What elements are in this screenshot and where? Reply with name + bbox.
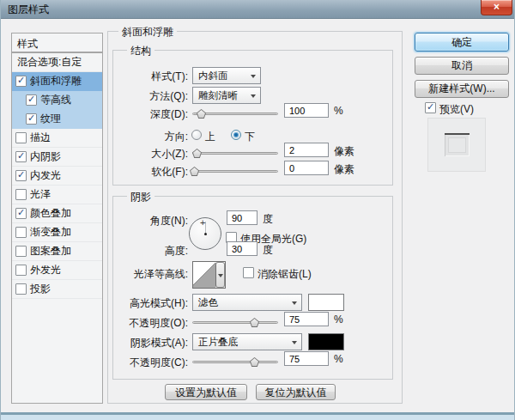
slider-track [192, 170, 278, 173]
reset-default-button[interactable]: 复位为默认值 [256, 384, 336, 400]
style-checkbox[interactable] [15, 265, 27, 276]
style-checkbox[interactable] [15, 246, 27, 257]
style-checkbox[interactable] [26, 113, 37, 125]
shadow-opacity-slider[interactable] [192, 357, 278, 367]
size-input[interactable] [284, 143, 329, 157]
crosshair-icon: + [200, 217, 205, 228]
style-checkbox[interactable] [15, 76, 27, 87]
sidebar-item-label: 斜面和浮雕 [30, 74, 82, 88]
style-checkbox[interactable] [15, 208, 27, 219]
soften-input[interactable] [284, 161, 329, 175]
size-slider-thumb[interactable] [192, 149, 202, 158]
dial-center-dot [204, 233, 207, 235]
sidebar-item[interactable]: 光泽 [12, 186, 102, 204]
sidebar-item-label: 内发光 [30, 168, 61, 183]
close-button[interactable]: × [481, 0, 512, 15]
shadow-mode-dropdown[interactable]: 正片叠底 [192, 333, 302, 350]
cancel-button[interactable]: 取消 [415, 57, 509, 75]
shading-title: 阴影 [127, 190, 154, 204]
highlight-opacity-input[interactable] [284, 312, 329, 326]
anti-alias-label: 消除锯齿(L) [258, 267, 312, 282]
sidebar-item[interactable]: 描边 [12, 129, 102, 148]
sidebar-item-label: 颜色叠加 [30, 206, 71, 221]
style-checkbox[interactable] [26, 94, 37, 106]
altitude-unit: 度 [263, 243, 273, 258]
angle-unit: 度 [263, 212, 273, 227]
gloss-contour-picker[interactable] [192, 261, 226, 289]
depth-input[interactable] [284, 103, 329, 118]
ok-button[interactable]: 确定 [415, 33, 509, 52]
altitude-input[interactable] [227, 241, 258, 256]
angle-input[interactable] [227, 210, 258, 225]
shadow-mode-value: 正片叠底 [198, 337, 238, 347]
sidebar-item[interactable]: 渐变叠加 [12, 223, 102, 242]
soften-unit: 像素 [334, 162, 354, 177]
shadow-color-swatch[interactable] [308, 333, 344, 350]
sidebar-item[interactable]: 混合选项:自定 [12, 53, 102, 72]
direction-up-radio[interactable] [191, 130, 202, 140]
sidebar-item-label: 纹理 [40, 112, 61, 126]
sidebar-item[interactable]: 内阴影 [12, 148, 102, 167]
chevron-down-icon [251, 75, 256, 78]
sidebar-item[interactable]: 等高线 [12, 91, 102, 110]
style-checkbox[interactable] [15, 189, 27, 200]
technique-value: 雕刻清晰 [198, 90, 238, 100]
highlight-opacity-label: 不透明度(O): [111, 316, 188, 331]
angle-dial[interactable]: + [189, 217, 221, 250]
direction-down-label: 下 [245, 130, 255, 144]
depth-slider-thumb[interactable] [197, 109, 206, 119]
direction-label: 方向: [121, 130, 188, 144]
highlight-opacity-slider[interactable] [192, 318, 278, 327]
style-preview-thumbnail [427, 118, 486, 172]
sidebar-item[interactable]: 斜面和浮雕 [12, 72, 102, 91]
direction-up-label: 上 [205, 130, 215, 144]
highlight-mode-label: 高光模式(H): [111, 296, 188, 311]
bevel-style-dropdown[interactable]: 内斜面 [192, 67, 261, 84]
soften-slider-thumb[interactable] [190, 167, 199, 176]
sidebar-item-label: 描边 [30, 131, 51, 145]
highlight-mode-dropdown[interactable]: 滤色 [192, 294, 302, 311]
soften-slider[interactable] [192, 167, 278, 176]
window-title: 图层样式 [8, 3, 49, 17]
slider-track [192, 152, 278, 155]
chevron-down-icon [292, 301, 297, 305]
anti-alias-checkbox[interactable] [243, 267, 254, 278]
new-style-button[interactable]: 新建样式(W)... [415, 80, 509, 98]
sidebar-item[interactable]: 颜色叠加 [12, 204, 102, 223]
style-checkbox[interactable] [15, 283, 27, 295]
sidebar-item[interactable]: 纹理 [12, 110, 102, 129]
shadow-opacity-input[interactable] [284, 351, 329, 366]
style-checkbox[interactable] [15, 151, 27, 162]
sidebar-item[interactable]: 外发光 [12, 261, 102, 280]
styles-header-box: 样式 [11, 33, 103, 52]
shadow-opacity-label: 不透明度(C): [111, 356, 188, 370]
technique-dropdown[interactable]: 雕刻清晰 [192, 87, 261, 104]
preview-emboss-square [445, 133, 470, 156]
size-slider[interactable] [192, 149, 278, 158]
sidebar-item[interactable]: 投影 [12, 280, 102, 299]
sidebar-item-label: 外发光 [30, 263, 61, 277]
style-checkbox[interactable] [15, 132, 27, 143]
size-unit: 像素 [334, 144, 354, 159]
highlight-color-swatch[interactable] [308, 294, 344, 311]
set-default-button[interactable]: 设置为默认值 [165, 384, 247, 400]
sidebar-item[interactable]: 图案叠加 [12, 242, 102, 261]
styles-list: 混合选项:自定斜面和浮雕等高线纹理描边内阴影内发光光泽颜色叠加渐变叠加图案叠加外… [11, 52, 103, 404]
layer-style-dialog: 图层样式 × 样式 混合选项:自定斜面和浮雕等高线纹理描边内阴影内发光光泽颜色叠… [0, 0, 515, 420]
size-label: 大小(Z): [121, 147, 188, 161]
title-bar[interactable]: 图层样式 [1, 0, 515, 19]
contour-thumbnail [193, 262, 215, 288]
shadow-opacity-thumb[interactable] [250, 357, 259, 367]
sidebar-item[interactable]: 内发光 [12, 167, 102, 186]
highlight-opacity-thumb[interactable] [250, 318, 259, 327]
highlight-mode-value: 滤色 [198, 297, 218, 307]
gloss-contour-label: 光泽等高线: [111, 267, 188, 282]
style-checkbox[interactable] [15, 227, 27, 238]
styles-header-label: 样式 [12, 33, 102, 52]
chevron-down-icon [292, 341, 297, 344]
depth-slider[interactable] [192, 109, 278, 119]
style-checkbox[interactable] [15, 170, 27, 181]
direction-down-radio[interactable] [231, 130, 241, 140]
preview-checkbox[interactable] [425, 102, 436, 113]
contour-dropdown-button[interactable] [215, 262, 225, 288]
